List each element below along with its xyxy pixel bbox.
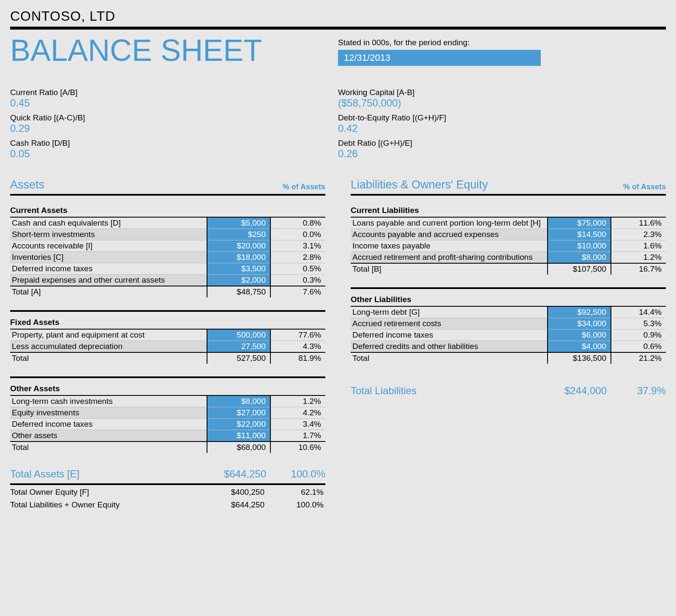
footer-amount: $644,250 <box>172 500 264 510</box>
row-percent: 1.2% <box>611 251 666 263</box>
group-table: Current LiabilitiesLoans payable and cur… <box>351 203 666 275</box>
ratio-block: Cash Ratio [D/B]0.05 <box>10 139 338 160</box>
row-percent: 1.2% <box>270 395 325 407</box>
row-amount[interactable]: $6,000 <box>548 329 611 341</box>
company-name: CONTOSO, LTD <box>10 8 666 24</box>
row-amount[interactable]: $22,000 <box>207 418 270 430</box>
row-label: Deferred income taxes <box>10 418 207 430</box>
row-amount[interactable]: $8,000 <box>548 251 611 263</box>
row-percent: 4.3% <box>270 341 325 352</box>
ratio-label: Cash Ratio [D/B] <box>10 139 338 148</box>
total-percent: 16.7% <box>611 263 666 275</box>
footer-percent: 62.1% <box>264 488 324 497</box>
row-label: Deferred income taxes <box>351 329 548 341</box>
section-divider <box>10 310 325 312</box>
row-amount[interactable]: $8,000 <box>207 395 270 407</box>
row-percent: 77.6% <box>270 329 325 341</box>
row-label: Inventories [C] <box>10 251 207 263</box>
top-rule <box>10 27 666 30</box>
table-row: Long-term debt [G]$92,50014.4% <box>351 306 666 318</box>
row-label: Accounts receivable [I] <box>10 240 207 251</box>
total-liabilities-pct: 37.9% <box>607 385 666 397</box>
row-amount[interactable]: 500,000 <box>207 329 270 341</box>
total-percent: 21.2% <box>611 352 666 364</box>
group-title: Other Assets <box>10 382 325 395</box>
table-row: Income taxes payable$10,0001.6% <box>351 240 666 251</box>
ratio-value: 0.29 <box>10 123 338 134</box>
row-label: Less accumulated depreciation <box>10 341 207 352</box>
period-value[interactable]: 12/31/2013 <box>338 50 541 66</box>
row-amount[interactable]: $14,500 <box>548 229 611 240</box>
table-row: Prepaid expenses and other current asset… <box>10 274 325 286</box>
ratio-label: Debt Ratio [(G+H)/E] <box>338 139 666 148</box>
row-label: Short-term investments <box>10 229 207 240</box>
table-row: Equity investments$27,0004.2% <box>10 407 325 418</box>
ratio-value: 0.26 <box>338 148 666 160</box>
table-row: Inventories [C]$18,0002.8% <box>10 251 325 263</box>
group-title: Current Liabilities <box>351 203 666 217</box>
group-total-row: Total$136,50021.2% <box>351 352 666 364</box>
row-amount[interactable]: $2,000 <box>207 274 270 286</box>
footer-label: Total Owner Equity [F] <box>10 488 172 497</box>
row-amount[interactable]: $27,000 <box>207 407 270 418</box>
total-amount: $107,500 <box>548 263 611 275</box>
ratio-label: Debt-to-Equity Ratio [(G+H)/F] <box>338 113 666 123</box>
row-label: Other assets <box>10 430 207 442</box>
row-amount[interactable]: $3,500 <box>207 263 270 274</box>
row-percent: 1.6% <box>611 240 666 251</box>
footer-amount: $400,250 <box>172 488 264 497</box>
row-amount[interactable]: 27,500 <box>207 341 270 352</box>
table-row: Cash and cash equivalents [D]$5,0000.8% <box>10 217 325 229</box>
row-percent: 4.2% <box>270 407 325 418</box>
row-percent: 0.6% <box>611 341 666 352</box>
group-table: Current AssetsCash and cash equivalents … <box>10 203 325 297</box>
row-percent: 0.5% <box>270 263 325 274</box>
row-percent: 3.1% <box>270 240 325 251</box>
total-amount: $136,500 <box>548 352 611 364</box>
page-title: BALANCE SHEET <box>10 35 338 67</box>
row-percent: 11.6% <box>611 217 666 229</box>
row-amount[interactable]: $18,000 <box>207 251 270 263</box>
section-divider <box>10 376 325 378</box>
total-percent: 7.6% <box>270 286 325 297</box>
total-assets-pct: 100.0% <box>266 468 325 480</box>
ratio-value: ($58,750,000) <box>338 97 666 109</box>
group-title: Current Assets <box>10 203 325 217</box>
ratio-block: Working Capital [A-B]($58,750,000) <box>338 88 666 109</box>
group-total-row: Total [B]$107,50016.7% <box>351 263 666 275</box>
table-row: Less accumulated depreciation27,5004.3% <box>10 341 325 352</box>
ratio-label: Current Ratio [A/B] <box>10 88 338 97</box>
total-percent: 81.9% <box>270 352 325 364</box>
table-row: Other assets$11,0001.7% <box>10 430 325 442</box>
total-assets-row: Total Assets [E] $644,250 100.0% <box>10 466 325 485</box>
row-amount[interactable]: $250 <box>207 229 270 240</box>
total-assets-label: Total Assets [E] <box>10 468 173 480</box>
row-amount[interactable]: $20,000 <box>207 240 270 251</box>
row-label: Property, plant and equipment at cost <box>10 329 207 341</box>
row-amount[interactable]: $75,000 <box>548 217 611 229</box>
table-row: Accounts receivable [I]$20,0003.1% <box>10 240 325 251</box>
row-label: Prepaid expenses and other current asset… <box>10 274 207 286</box>
row-percent: 3.4% <box>270 418 325 430</box>
table-row: Deferred income taxes$6,0000.9% <box>351 329 666 341</box>
row-percent: 2.8% <box>270 251 325 263</box>
row-amount[interactable]: $5,000 <box>207 217 270 229</box>
row-amount[interactable]: $4,000 <box>548 341 611 352</box>
table-row: Deferred income taxes$3,5000.5% <box>10 263 325 274</box>
ratio-value: 0.05 <box>10 148 338 160</box>
footer-row: Total Liabilities + Owner Equity$644,250… <box>10 498 325 510</box>
pct-of-assets-label: % of Assets <box>283 183 325 191</box>
table-row: Property, plant and equipment at cost500… <box>10 329 325 341</box>
row-label: Income taxes payable <box>351 240 548 251</box>
row-amount[interactable]: $11,000 <box>207 430 270 442</box>
total-liabilities-label: Total Liabilities <box>351 385 514 397</box>
total-percent: 10.6% <box>270 442 325 453</box>
row-amount[interactable]: $34,000 <box>548 318 611 329</box>
ratio-block: Debt-to-Equity Ratio [(G+H)/F]0.42 <box>338 113 666 134</box>
row-label: Equity investments <box>10 407 207 418</box>
table-row: Short-term investments$2500.0% <box>10 229 325 240</box>
table-row: Deferred income taxes$22,0003.4% <box>10 418 325 430</box>
row-amount[interactable]: $92,500 <box>548 306 611 318</box>
row-amount[interactable]: $10,000 <box>548 240 611 251</box>
row-percent: 0.3% <box>270 274 325 286</box>
